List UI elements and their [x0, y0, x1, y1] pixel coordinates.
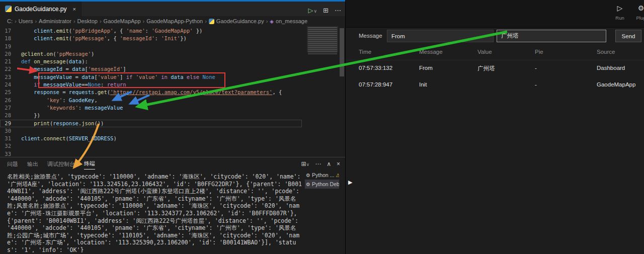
terminal-dropdown-icon[interactable]: ∨ [306, 162, 310, 167]
panel-tab-[interactable]: 调试控制台 [47, 158, 75, 170]
tab-filename: GaodeGuidance.py [15, 6, 66, 13]
breadcrumb-label: Administrator [39, 18, 71, 24]
code-line-20[interactable]: 20@client.on('ppMessage') [0, 50, 302, 58]
scrollbar-thumb[interactable] [340, 28, 344, 76]
code-line-26[interactable]: 26 'key': GaodeKey, [0, 97, 302, 104]
code-line-30[interactable]: 30 [0, 127, 302, 135]
terminal-output-text: 名胜相关;旅游景点', 'typecode': '110000', 'adnam… [7, 173, 303, 252]
expand-panel-button[interactable]: ▶ [348, 179, 352, 186]
code-line-29[interactable]: 29 print(response.json()) [0, 120, 302, 127]
panel-tab-[interactable]: 输出 [27, 158, 38, 170]
panel-tab-[interactable]: 终端 [84, 158, 95, 170]
terminal-session-list: ⚙Python ...⚠⚙Python Deb... [305, 171, 339, 189]
code-line-27[interactable]: 27 'keywords': messageValue [0, 104, 302, 112]
session-label: Python ... [312, 172, 334, 178]
breadcrumb-separator: › [35, 18, 37, 24]
screen: GaodeGuidance.py × ▷∨ ⊞ ⋯ C:›Users›Admin… [0, 0, 644, 254]
panel-more-icon[interactable]: ⋯ [315, 160, 321, 167]
code-line-32[interactable]: 32 [0, 142, 302, 150]
code-text: messageId = data['messageId'] [21, 65, 126, 73]
code-text: client.connect(SERVER_ADDRESS) [21, 135, 117, 142]
run-dropdown-icon[interactable]: ∨ [314, 9, 317, 14]
more-actions-icon[interactable]: ⋯ [335, 7, 341, 14]
code-editor[interactable]: 17 client.emit('ppBridgeApp', { 'name': … [0, 26, 345, 157]
split-editor-icon[interactable]: ⊞ [323, 7, 329, 14]
breadcrumb-item-c[interactable]: C: [7, 18, 13, 24]
close-panel-icon[interactable]: × [337, 160, 340, 167]
gear-icon: ⚙ [306, 182, 310, 187]
panel-header: 问题输出调试控制台终端 ⊞∨ ⋯ ∧ × [0, 157, 345, 170]
table-row[interactable]: 07:57:28:947Init-GaodeMapApp [346, 77, 644, 92]
breadcrumb-item-desktop[interactable]: Desktop [77, 18, 98, 24]
app-toolbar: ▷ Run ⚙ Plug [346, 0, 644, 28]
column-header-message: Message [419, 49, 477, 55]
breadcrumb-item-users[interactable]: Users [19, 18, 33, 24]
run-python-file-button[interactable]: ▷∨ [308, 7, 317, 14]
breadcrumb-item-on-message[interactable]: ◈on_message [270, 18, 307, 24]
line-number: 26 [0, 97, 21, 104]
code-line-31[interactable]: 31client.connect(SERVER_ADDRESS) [0, 135, 302, 142]
breadcrumb-label: GaodeMapApp [104, 18, 141, 24]
breadcrumb-label: Users [19, 18, 33, 24]
breadcrumb-separator: › [15, 18, 17, 24]
new-terminal-icon[interactable]: ⊞∨ [301, 160, 310, 167]
breadcrumb-separator: › [100, 18, 102, 24]
terminal-session[interactable]: ⚙Python ...⚠ [305, 171, 339, 180]
table-header-row: TimeMessageValuePieSource [346, 45, 644, 60]
run-button[interactable]: ▷ Run [611, 3, 628, 21]
code-text: 'key': GaodeKey, [21, 97, 98, 104]
code-line-23[interactable]: 23 messageValue = data['value'] if 'valu… [0, 73, 302, 81]
breadcrumb-label: GaodeMapApp-Python [146, 18, 203, 24]
column-header-time: Time [359, 49, 419, 55]
breadcrumb-item-gaodemapapp[interactable]: GaodeMapApp [104, 18, 141, 24]
maximize-panel-icon[interactable]: ∧ [327, 160, 331, 167]
code-line-22[interactable]: 22 messageId = data['messageId'] [0, 65, 302, 73]
line-number: 29 [0, 120, 21, 127]
bottom-panel: 问题输出调试控制台终端 ⊞∨ ⋯ ∧ × 名胜相关;旅游景点', 'typeco… [0, 157, 345, 254]
table-cell [477, 81, 535, 88]
breadcrumb-label: on_message [276, 18, 307, 24]
breadcrumb-separator: › [143, 18, 145, 24]
message-type-input[interactable] [387, 30, 494, 42]
send-button[interactable]: Send [615, 30, 641, 42]
code-line-21[interactable]: 21def on_message(data): [0, 58, 302, 65]
code-text: client.emit('ppBridgeApp', { 'name': 'Ga… [21, 27, 202, 35]
warning-icon: ⚠ [336, 173, 339, 178]
table-row[interactable]: 07:57:33:132From广州塔-Dashboard [346, 60, 644, 77]
table-body: 07:57:33:132From广州塔-Dashboard07:57:28:94… [346, 60, 644, 92]
minimap[interactable] [308, 27, 337, 55]
line-number: 19 [0, 43, 21, 50]
terminal[interactable]: 名胜相关;旅游景点', 'typecode': '110000', 'adnam… [7, 173, 303, 252]
code-line-28[interactable]: 28 }) [0, 112, 302, 119]
code-line-17[interactable]: 17 client.emit('ppBridgeApp', { 'name': … [0, 27, 302, 35]
editor-scrollbar[interactable] [339, 26, 345, 157]
keyword-input[interactable] [497, 30, 606, 42]
code-line-33[interactable]: 33 [0, 150, 302, 157]
terminal-session[interactable]: ⚙Python Deb... [305, 180, 339, 189]
line-number: 22 [0, 65, 21, 73]
line-number: 27 [0, 104, 21, 112]
breadcrumb-item-gaodemapapp-python[interactable]: GaodeMapApp-Python [146, 18, 203, 24]
table-cell: - [535, 81, 597, 88]
breadcrumb-item-administrator[interactable]: Administrator [39, 18, 71, 24]
panel-tab-[interactable]: 问题 [7, 158, 18, 170]
breadcrumb-label: Desktop [77, 18, 98, 24]
code-line-25[interactable]: 25 response = requests.get('https://rest… [0, 89, 302, 96]
code-line-19[interactable]: 19 [0, 43, 302, 50]
code-line-18[interactable]: 18 client.emit('ppMessage', { 'messageId… [0, 35, 302, 42]
editor-actions: ▷∨ ⊞ ⋯ [308, 3, 342, 18]
column-header-pie: Pie [535, 49, 597, 55]
breadcrumb-item-gaodeguidance-py[interactable]: GaodeGuidance.py [209, 18, 264, 24]
code-text: print(response.json()) [21, 120, 104, 127]
code-text: 'keywords': messageValue [21, 104, 123, 112]
close-tab-icon[interactable]: × [72, 6, 75, 12]
column-header-source: Source [597, 49, 644, 55]
plugin-button[interactable]: ⚙ Plug [632, 3, 644, 21]
breadcrumb[interactable]: C:›Users›Administrator›Desktop›GaodeMapA… [0, 16, 345, 26]
line-number: 28 [0, 112, 21, 119]
column-header-value: Value [477, 49, 535, 55]
symbol-method-icon: ◈ [270, 19, 274, 24]
code-line-24[interactable]: 24 if messageValue==None: return [0, 81, 302, 89]
gear-icon: ⚙ [306, 173, 310, 178]
tab-gaodeguidance-py[interactable]: GaodeGuidance.py × [0, 2, 82, 16]
